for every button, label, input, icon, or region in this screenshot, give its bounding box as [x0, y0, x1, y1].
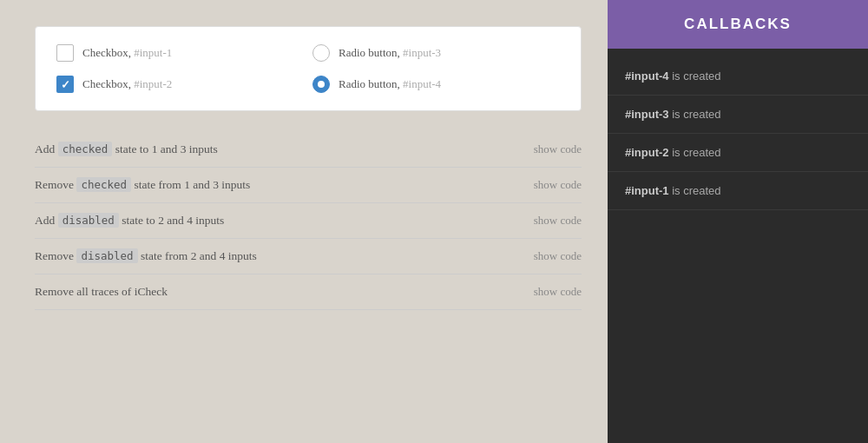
- action-row-5: Remove all traces of iCheck show code: [35, 274, 582, 310]
- sidebar: CALLBACKS #input-4 is created #input-3 i…: [608, 0, 868, 443]
- keyword-checked-2: checked: [76, 177, 131, 192]
- callback-item-2: #input-2 is created: [608, 134, 868, 172]
- action-row-1: Add checked state to 1 and 3 inputs show…: [35, 132, 582, 168]
- callback-item-1: #input-1 is created: [608, 172, 868, 210]
- show-code-2[interactable]: show code: [534, 178, 582, 192]
- show-code-3[interactable]: show code: [534, 214, 582, 228]
- input-ref-4: #input-4: [403, 77, 441, 90]
- input-ref-2: #input-2: [134, 77, 172, 90]
- callback-text-4: is created: [669, 69, 721, 83]
- callback-list: #input-4 is created #input-3 is created …: [608, 49, 868, 219]
- action-row-3: Add disabled state to 2 and 4 inputs sho…: [35, 203, 582, 239]
- callback-text-2: is created: [669, 146, 721, 159]
- input-row-4: Radio button, #input-4: [312, 76, 560, 93]
- callback-text-1: is created: [669, 184, 721, 197]
- callback-id-4: #input-4: [625, 69, 669, 83]
- action-text-5: Remove all traces of iCheck: [35, 285, 168, 299]
- action-row-2: Remove checked state from 1 and 3 inputs…: [35, 168, 582, 203]
- callback-id-1: #input-1: [625, 184, 669, 197]
- show-code-4[interactable]: show code: [534, 249, 582, 263]
- input-ref-1: #input-1: [134, 46, 172, 59]
- action-text-3: Add disabled state to 2 and 4 inputs: [35, 214, 224, 228]
- input-ref-3: #input-3: [403, 46, 441, 59]
- callback-item-4: #input-4 is created: [608, 57, 868, 96]
- action-text-1: Add checked state to 1 and 3 inputs: [35, 142, 218, 156]
- callback-item-3: #input-3 is created: [608, 96, 868, 134]
- callback-id-3: #input-3: [625, 108, 669, 121]
- action-list: Add checked state to 1 and 3 inputs show…: [35, 132, 582, 310]
- main-area: Checkbox, #input-1 Radio button, #input-…: [0, 0, 608, 443]
- callback-id-2: #input-2: [625, 146, 669, 159]
- input-label-2: Checkbox, #input-2: [82, 77, 172, 91]
- checkbox-checked-icon[interactable]: [56, 76, 74, 93]
- input-row-3: Radio button, #input-3: [312, 44, 560, 62]
- radio-unchecked-icon[interactable]: [312, 44, 330, 62]
- input-label-3: Radio button, #input-3: [339, 46, 441, 60]
- input-row-2: Checkbox, #input-2: [56, 76, 304, 93]
- action-row-4: Remove disabled state from 2 and 4 input…: [35, 239, 582, 274]
- radio-checked-icon[interactable]: [312, 76, 330, 93]
- action-text-4: Remove disabled state from 2 and 4 input…: [35, 249, 257, 263]
- show-code-5[interactable]: show code: [534, 285, 582, 299]
- action-text-2: Remove checked state from 1 and 3 inputs: [35, 178, 250, 192]
- checkbox-unchecked-icon[interactable]: [56, 44, 74, 62]
- keyword-checked-1: checked: [58, 142, 113, 156]
- sidebar-title: CALLBACKS: [684, 16, 792, 32]
- input-row-1: Checkbox, #input-1: [56, 44, 304, 62]
- sidebar-header: CALLBACKS: [608, 0, 868, 49]
- show-code-1[interactable]: show code: [534, 142, 582, 156]
- input-label-1: Checkbox, #input-1: [82, 46, 172, 60]
- input-label-4: Radio button, #input-4: [339, 77, 441, 91]
- keyword-disabled-1: disabled: [58, 213, 119, 228]
- callback-text-3: is created: [669, 108, 721, 121]
- preview-card: Checkbox, #input-1 Radio button, #input-…: [35, 26, 582, 111]
- keyword-disabled-2: disabled: [76, 248, 137, 263]
